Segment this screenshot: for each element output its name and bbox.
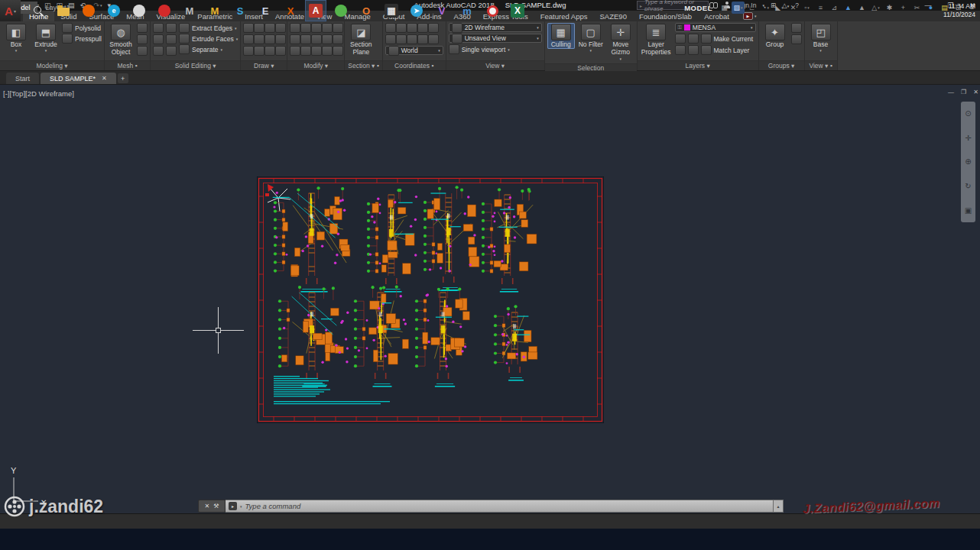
model-space-badge[interactable]: MODEL — [680, 4, 717, 12]
mesh-tool-icon[interactable] — [137, 23, 148, 33]
coordinates-world-dropdown[interactable]: World▾ — [385, 46, 443, 55]
isolate-objects-toggle[interactable]: ✂ — [910, 2, 923, 14]
solid-editing-tool-icon[interactable] — [153, 34, 164, 44]
ortho-mode-toggle[interactable]: ∟ — [745, 2, 758, 14]
layers-make-current-button[interactable]: Make Current — [675, 34, 756, 44]
dropdown-caret-icon[interactable]: ▾ — [537, 36, 539, 40]
modify-tool-icon[interactable] — [290, 34, 300, 44]
dropdown-caret-icon[interactable]: ▾ — [45, 49, 47, 53]
solid-editing-tool-icon[interactable] — [153, 46, 164, 56]
layers-tool-icon[interactable] — [675, 45, 686, 55]
mesh-panel-label[interactable]: Mesh ▪ — [105, 60, 150, 70]
modify-tool-icon[interactable] — [311, 46, 322, 56]
polar-tracking-dropdown-icon[interactable]: ▾ — [767, 5, 769, 10]
taskbar-app-m-blue-button[interactable]: m — [457, 1, 477, 21]
draw-tool-icon[interactable] — [254, 23, 264, 33]
dropdown-caret-icon[interactable]: ▾ — [537, 25, 539, 30]
modify-tool-icon[interactable] — [311, 23, 322, 33]
coordinates-tool-icon[interactable] — [396, 23, 407, 33]
view-unsaved-view-dropdown[interactable]: Unsaved View▾ — [449, 34, 542, 43]
taskbar-telegram-button[interactable]: ➤ — [407, 1, 427, 21]
separate-icon[interactable] — [179, 44, 190, 54]
viewport-controls-label[interactable]: [-][Top][2D Wireframe] — [3, 89, 74, 98]
groups-group-button[interactable]: ✦Group — [761, 23, 789, 49]
navbar-tool-icon-2[interactable]: ⊕ — [965, 157, 971, 166]
modify-tool-icon[interactable] — [311, 34, 322, 44]
2d-wireframe-icon[interactable] — [452, 23, 462, 33]
new-tab-button[interactable]: + — [118, 73, 128, 83]
layers-tool-icon[interactable] — [688, 34, 699, 44]
layers-layer-properties-button[interactable]: ≣LayerProperties — [640, 23, 673, 57]
section-section-plane-button[interactable]: ◪SectionPlane — [347, 23, 375, 57]
command-line[interactable]: ✕ ⚒ ▸ ▾ Type a command ▴ — [198, 500, 784, 513]
dropdown-caret-icon[interactable]: ▾ — [589, 49, 592, 53]
annotation-visibility-toggle[interactable]: ▲ — [842, 2, 855, 14]
coordinates-tool-icon[interactable] — [407, 34, 417, 44]
coordinates-tool-icon[interactable] — [385, 23, 396, 33]
draw-tool-icon[interactable] — [275, 23, 286, 33]
taskbar-app-red-button[interactable] — [154, 1, 174, 21]
solid-editing-separate-button[interactable]: Separate▾ — [179, 44, 238, 54]
groups-tool-icon[interactable] — [791, 23, 802, 33]
dropdown-caret-icon[interactable]: ▾ — [236, 37, 239, 41]
taskbar-app-green-button[interactable] — [331, 1, 351, 21]
world-icon[interactable] — [388, 46, 399, 56]
dropdown-caret-icon[interactable]: ▾ — [220, 47, 222, 52]
layers-tool-icon[interactable] — [688, 45, 699, 55]
navbar-tool-icon-0[interactable]: ⊙ — [965, 109, 971, 118]
view-single-viewport-button[interactable]: Single viewport▾ — [449, 44, 542, 54]
search-toggle-icon[interactable]: ▸ — [640, 3, 642, 8]
isometric-drafting-toggle[interactable]: ◣▾ — [773, 2, 786, 14]
draw-tool-icon[interactable] — [275, 46, 286, 56]
file-tab-sld-sample[interactable]: SLD SAMPLE* ✕ — [41, 73, 116, 84]
dropdown-caret-icon[interactable]: ▾ — [235, 26, 237, 31]
modify-tool-icon[interactable] — [300, 23, 311, 33]
view-2-panel-label[interactable]: View ▾ ▪ — [805, 60, 837, 70]
draw-tool-icon[interactable] — [243, 46, 254, 56]
command-prompt-icon[interactable]: ▸ — [229, 502, 237, 510]
coordinates-tool-icon[interactable] — [428, 23, 439, 33]
mesh-tool-icon[interactable] — [137, 46, 148, 56]
isometric-drafting-dropdown-icon[interactable]: ▾ — [781, 5, 784, 10]
modify-tool-icon[interactable] — [290, 23, 300, 33]
dropdown-caret-icon[interactable]: ▾ — [15, 49, 18, 53]
drawing-canvas[interactable] — [257, 176, 604, 423]
file-tab-start[interactable]: Start — [6, 73, 39, 84]
layers-panel-label[interactable]: Layers ▾ — [638, 60, 758, 70]
annotation-monitor-toggle[interactable]: + — [897, 2, 910, 14]
solid-editing-extract-edges-button[interactable]: Extract Edges▾ — [179, 23, 238, 33]
command-dropdown-icon[interactable]: ▾ — [240, 504, 242, 509]
drawing-close-icon[interactable]: ✕ — [973, 89, 978, 95]
snap-mode-toggle[interactable]: ▨▾ — [732, 2, 745, 14]
modeling-box-button[interactable]: ◧Box▾ — [2, 23, 30, 54]
modify-tool-icon[interactable] — [333, 23, 343, 33]
view-2d-wireframe-dropdown[interactable]: 2D Wireframe▾ — [449, 23, 542, 32]
drawing-minimize-icon[interactable]: — — [948, 89, 954, 95]
navbar-tool-icon-3[interactable]: ↻ — [965, 182, 971, 190]
layers-match-layer-button[interactable]: Match Layer — [675, 45, 756, 55]
graphics-performance-toggle[interactable]: ● — [924, 2, 937, 14]
selection-move-gizmo-button[interactable]: ✛MoveGizmo▾ — [607, 23, 634, 62]
solid-editing-tool-icon[interactable] — [153, 23, 164, 33]
solid-editing-tool-icon[interactable] — [166, 46, 177, 56]
dropdown-caret-icon[interactable]: ▾ — [819, 49, 822, 53]
selection-culling-button[interactable]: ▦Culling — [547, 23, 575, 49]
layers-tool-icon[interactable] — [675, 34, 686, 44]
taskbar-visual-studio-button[interactable]: V — [432, 1, 452, 21]
taskbar-excel-button[interactable]: X — [508, 1, 527, 21]
taskbar-app-silver-button[interactable] — [129, 1, 149, 21]
modeling-presspull-button[interactable]: Presspull — [62, 34, 102, 44]
mesh-smooth-object-button[interactable]: ◍SmoothObject — [107, 23, 135, 57]
draw-tool-icon[interactable] — [254, 34, 264, 44]
modeling-extrude-button[interactable]: ⬒Extrude▾ — [32, 23, 60, 54]
draw-tool-icon[interactable] — [254, 46, 264, 56]
section-panel-label[interactable]: Section ▾ ▪ — [345, 60, 381, 70]
groups-panel-label[interactable]: Groups ▾ — [759, 60, 804, 70]
modify-tool-icon[interactable] — [322, 34, 333, 44]
taskbar-clock[interactable]: 11:34 AM 11/10/2024 — [943, 2, 975, 19]
dropdown-caret-icon[interactable]: ▾ — [508, 47, 510, 52]
navbar-tool-icon-4[interactable]: ▣ — [965, 206, 972, 215]
coordinates-tool-icon[interactable] — [407, 23, 417, 33]
snap-mode-dropdown-icon[interactable]: ▾ — [741, 5, 743, 10]
modify-tool-icon[interactable] — [322, 46, 333, 56]
